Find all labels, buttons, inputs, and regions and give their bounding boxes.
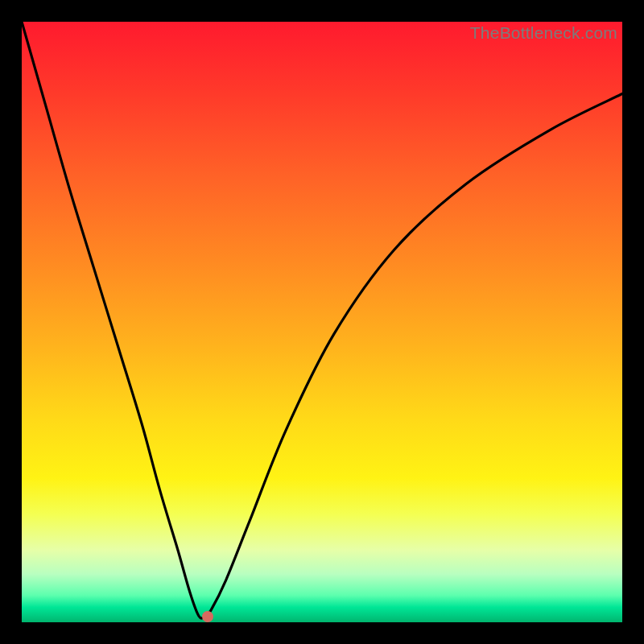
- curve-minimum-marker: [202, 611, 213, 622]
- bottleneck-curve: [22, 22, 622, 622]
- plot-area: TheBottleneck.com: [22, 22, 622, 622]
- chart-frame: TheBottleneck.com: [0, 0, 644, 644]
